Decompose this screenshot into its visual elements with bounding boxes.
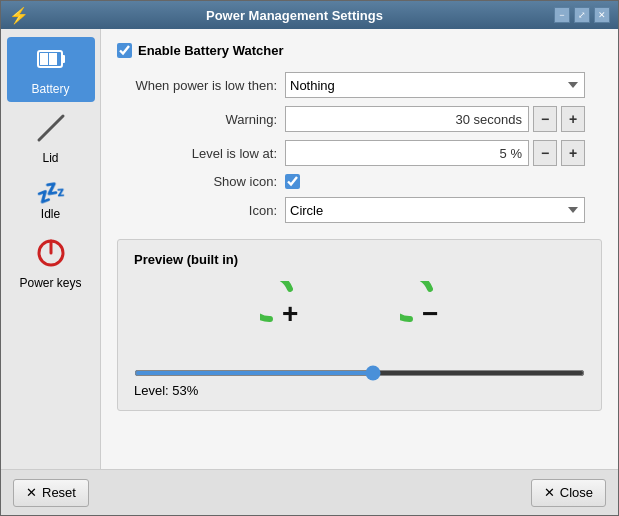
- svg-rect-3: [62, 55, 65, 63]
- close-icon: ✕: [544, 485, 555, 500]
- icon-label: Icon:: [117, 203, 277, 218]
- level-text-label: Level:: [134, 383, 172, 398]
- warning-increase-button[interactable]: +: [561, 106, 585, 132]
- level-slider-container: [134, 364, 585, 379]
- reset-button[interactable]: ✕ Reset: [13, 479, 89, 507]
- sidebar-power-keys-label: Power keys: [19, 276, 81, 290]
- show-icon-row: Show icon:: [117, 174, 602, 189]
- battery-icon: [35, 43, 67, 80]
- reset-label: Reset: [42, 485, 76, 500]
- svg-line-4: [39, 116, 63, 140]
- window-title: Power Management Settings: [35, 8, 554, 23]
- restore-button[interactable]: ⤢: [574, 7, 590, 23]
- svg-rect-2: [49, 53, 57, 65]
- titlebar: ⚡ Power Management Settings − ⤢ ✕: [1, 1, 618, 29]
- sidebar-item-battery[interactable]: Battery: [7, 37, 95, 102]
- level-low-display: 5 %: [285, 140, 529, 166]
- sidebar-item-idle[interactable]: 💤 Idle: [7, 175, 95, 227]
- sidebar-lid-label: Lid: [42, 151, 58, 165]
- level-low-row: Level is low at: 5 % − +: [117, 140, 602, 166]
- icon-select[interactable]: Circle Square Battery: [285, 197, 585, 223]
- show-icon-checkbox[interactable]: [285, 174, 300, 189]
- titlebar-buttons: − ⤢ ✕: [554, 7, 610, 23]
- svg-text:−: −: [422, 298, 438, 329]
- enable-checkbox[interactable]: [117, 43, 132, 58]
- icon-row: Icon: Circle Square Battery: [117, 197, 602, 223]
- level-slider[interactable]: [134, 370, 585, 376]
- idle-icon: 💤: [36, 181, 66, 205]
- level-low-value: 5 %: [500, 146, 522, 161]
- show-icon-control: [285, 174, 300, 189]
- icon-control: Circle Square Battery: [285, 197, 585, 223]
- minimize-button[interactable]: −: [554, 7, 570, 23]
- main-window: ⚡ Power Management Settings − ⤢ ✕: [0, 0, 619, 516]
- preview-icons: + −: [134, 281, 585, 344]
- power-keys-icon: [35, 237, 67, 274]
- enable-row: Enable Battery Watcher: [117, 43, 602, 58]
- charging-icon: +: [260, 281, 320, 344]
- warning-value: 30 seconds: [456, 112, 523, 127]
- warning-decrease-button[interactable]: −: [533, 106, 557, 132]
- when-low-row: When power is low then: Nothing Hibernat…: [117, 72, 602, 98]
- lid-icon: [35, 112, 67, 149]
- level-low-decrease-button[interactable]: −: [533, 140, 557, 166]
- svg-rect-1: [40, 53, 48, 65]
- level-percent-value: 53%: [172, 383, 198, 398]
- reset-icon: ✕: [26, 485, 37, 500]
- window-icon: ⚡: [9, 6, 29, 25]
- preview-title: Preview (built in): [134, 252, 585, 267]
- bottom-bar: ✕ Reset ✕ Close: [1, 469, 618, 515]
- svg-text:+: +: [282, 298, 298, 329]
- sidebar-item-lid[interactable]: Lid: [7, 106, 95, 171]
- enable-label: Enable Battery Watcher: [138, 43, 283, 58]
- sidebar-item-power-keys[interactable]: Power keys: [7, 231, 95, 296]
- warning-control: 30 seconds − +: [285, 106, 585, 132]
- warning-label: Warning:: [117, 112, 277, 127]
- main-content: Battery Lid 💤 Idle: [1, 29, 618, 469]
- sidebar-battery-label: Battery: [31, 82, 69, 96]
- warning-display: 30 seconds: [285, 106, 529, 132]
- content-area: Enable Battery Watcher When power is low…: [101, 29, 618, 469]
- preview-section: Preview (built in) +: [117, 239, 602, 411]
- sidebar-idle-label: Idle: [41, 207, 60, 221]
- level-low-increase-button[interactable]: +: [561, 140, 585, 166]
- close-label: Close: [560, 485, 593, 500]
- close-button[interactable]: ✕: [594, 7, 610, 23]
- draining-icon: −: [400, 281, 460, 344]
- when-low-select[interactable]: Nothing Hibernate Suspend Shutdown: [285, 72, 585, 98]
- sidebar: Battery Lid 💤 Idle: [1, 29, 101, 469]
- when-low-label: When power is low then:: [117, 78, 277, 93]
- level-display: Level: 53%: [134, 383, 585, 398]
- warning-row: Warning: 30 seconds − +: [117, 106, 602, 132]
- show-icon-label: Show icon:: [117, 174, 277, 189]
- level-low-control: 5 % − +: [285, 140, 585, 166]
- close-button-footer[interactable]: ✕ Close: [531, 479, 606, 507]
- when-low-control: Nothing Hibernate Suspend Shutdown: [285, 72, 585, 98]
- level-low-label: Level is low at:: [117, 146, 277, 161]
